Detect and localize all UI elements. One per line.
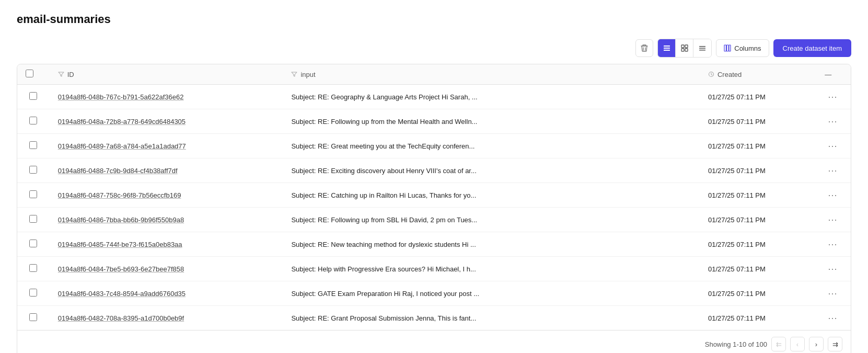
table-footer: Showing 1-10 of 100 ⇇ ‹ › ⇉	[17, 330, 851, 353]
row-checkbox-cell	[17, 306, 50, 331]
table-row: 0194a8f6-0485-744f-be73-f615a0eb83aa Sub…	[17, 232, 851, 257]
row-actions-button[interactable]: ⋯	[825, 139, 840, 153]
row-id-link[interactable]: 0194a8f6-0488-7c9b-9d84-cf4b38aff7df	[58, 167, 178, 175]
row-actions-cell: ⋯	[816, 85, 851, 109]
row-checkbox-cell	[17, 232, 50, 257]
row-id-link[interactable]: 0194a8f6-0483-7c48-8594-a9add6760d35	[58, 290, 186, 298]
filter-icon	[58, 71, 64, 77]
row-actions-button[interactable]: ⋯	[825, 287, 840, 300]
view-compact-button[interactable]	[693, 39, 711, 57]
row-created-cell: 01/27/25 07:11 PM	[700, 85, 816, 109]
select-all-checkbox[interactable]	[26, 70, 33, 77]
row-actions-button[interactable]: ⋯	[825, 115, 840, 128]
row-checkbox-cell	[17, 183, 50, 208]
row-id-link[interactable]: 0194a8f6-0489-7a68-a784-a5e1a1adad77	[58, 142, 186, 150]
row-checkbox[interactable]	[29, 289, 37, 297]
row-actions-button[interactable]: ⋯	[825, 164, 840, 177]
row-id-cell: 0194a8f6-0484-7be5-b693-6e27bee7f858	[50, 257, 283, 281]
row-checkbox[interactable]	[29, 141, 37, 149]
row-actions-button[interactable]: ⋯	[825, 262, 840, 276]
row-actions-cell: ⋯	[816, 281, 851, 306]
table-row: 0194a8f6-0484-7be5-b693-6e27bee7f858 Sub…	[17, 257, 851, 281]
table-row: 0194a8f6-048b-767c-b791-5a622af36e62 Sub…	[17, 85, 851, 109]
row-input-cell: Subject: RE: Exciting discovery about He…	[283, 158, 700, 183]
columns-label: Columns	[734, 44, 761, 52]
data-table: ID input	[17, 64, 851, 353]
view-toggle-group	[657, 39, 712, 58]
row-checkbox[interactable]	[29, 166, 37, 174]
row-checkbox[interactable]	[29, 117, 37, 124]
svg-rect-10	[724, 45, 726, 51]
created-column-label: Created	[717, 71, 742, 78]
row-id-link[interactable]: 0194a8f6-048b-767c-b791-5a622af36e62	[58, 93, 184, 101]
row-input-cell: Subject: Help with Progressive Era sourc…	[283, 257, 700, 281]
row-actions-cell: ⋯	[816, 232, 851, 257]
row-actions-button[interactable]: ⋯	[825, 188, 840, 202]
input-column-label: input	[300, 71, 315, 78]
column-header-actions: —	[816, 64, 851, 85]
row-id-cell: 0194a8f6-0488-7c9b-9d84-cf4b38aff7df	[50, 158, 283, 183]
row-id-cell: 0194a8f6-048a-72b8-a778-649cd6484305	[50, 109, 283, 134]
svg-rect-8	[699, 48, 705, 49]
row-checkbox-cell	[17, 281, 50, 306]
svg-rect-2	[664, 50, 670, 51]
row-checkbox[interactable]	[29, 92, 37, 100]
row-id-link[interactable]: 0194a8f6-0482-708a-8395-a1d700b0eb9f	[58, 314, 184, 322]
clock-icon	[708, 71, 714, 77]
row-actions-button[interactable]: ⋯	[825, 213, 840, 226]
row-created-cell: 01/27/25 07:11 PM	[700, 183, 816, 208]
last-page-button[interactable]: ⇉	[828, 337, 842, 351]
column-header-created[interactable]: Created	[700, 64, 816, 85]
row-id-link[interactable]: 0194a8f6-0487-758c-96f8-7b56eccfb169	[58, 191, 181, 199]
row-actions-button[interactable]: ⋯	[825, 311, 840, 325]
view-list-button[interactable]	[658, 39, 676, 57]
row-id-cell: 0194a8f6-0486-7bba-bb6b-9b96f550b9a8	[50, 208, 283, 232]
table-row: 0194a8f6-0489-7a68-a784-a5e1a1adad77 Sub…	[17, 134, 851, 158]
columns-button[interactable]: Columns	[716, 39, 769, 57]
row-actions-cell: ⋯	[816, 158, 851, 183]
row-checkbox-cell	[17, 208, 50, 232]
row-actions-cell: ⋯	[816, 183, 851, 208]
svg-rect-5	[681, 49, 684, 51]
row-input-cell: Subject: RE: Following up from SBL Hi Da…	[283, 208, 700, 232]
row-id-link[interactable]: 0194a8f6-048a-72b8-a778-649cd6484305	[58, 118, 186, 126]
view-grid-button[interactable]	[676, 39, 693, 57]
filter-icon-input	[291, 71, 297, 77]
row-actions-cell: ⋯	[816, 306, 851, 331]
row-id-cell: 0194a8f6-0487-758c-96f8-7b56eccfb169	[50, 183, 283, 208]
svg-rect-11	[727, 45, 729, 51]
row-id-cell: 0194a8f6-0485-744f-be73-f615a0eb83aa	[50, 232, 283, 257]
row-id-link[interactable]: 0194a8f6-0486-7bba-bb6b-9b96f550b9a8	[58, 216, 184, 224]
row-checkbox-cell	[17, 109, 50, 134]
row-checkbox[interactable]	[29, 264, 37, 272]
id-column-label: ID	[67, 71, 74, 78]
next-page-button[interactable]: ›	[809, 337, 824, 351]
row-id-cell: 0194a8f6-0489-7a68-a784-a5e1a1adad77	[50, 134, 283, 158]
first-page-button[interactable]: ⇇	[771, 337, 786, 351]
row-actions-cell: ⋯	[816, 134, 851, 158]
row-checkbox[interactable]	[29, 313, 37, 321]
row-actions-button[interactable]: ⋯	[825, 90, 840, 104]
svg-rect-9	[699, 50, 705, 51]
row-input-cell: Subject: RE: Great meeting you at the Te…	[283, 134, 700, 158]
row-checkbox[interactable]	[29, 215, 37, 223]
row-checkbox[interactable]	[29, 240, 37, 247]
row-id-cell: 0194a8f6-0483-7c48-8594-a9add6760d35	[50, 281, 283, 306]
row-id-link[interactable]: 0194a8f6-0485-744f-be73-f615a0eb83aa	[58, 241, 182, 248]
create-dataset-item-button[interactable]: Create dataset item	[773, 39, 851, 57]
toolbar: Columns Create dataset item	[17, 39, 851, 58]
prev-page-button[interactable]: ‹	[790, 337, 805, 351]
delete-button[interactable]	[635, 39, 653, 57]
column-header-id[interactable]: ID	[50, 64, 283, 85]
row-actions-button[interactable]: ⋯	[825, 237, 840, 251]
row-checkbox-cell	[17, 134, 50, 158]
row-id-link[interactable]: 0194a8f6-0484-7be5-b693-6e27bee7f858	[58, 265, 184, 273]
row-input-cell: Subject: GATE Exam Preparation Hi Raj, I…	[283, 281, 700, 306]
row-input-cell: Subject: RE: Geography & Language Arts P…	[283, 85, 700, 109]
page-title: email-summaries	[17, 13, 851, 26]
row-checkbox[interactable]	[29, 190, 37, 198]
column-header-input[interactable]: input	[283, 64, 700, 85]
row-actions-cell: ⋯	[816, 257, 851, 281]
row-actions-cell: ⋯	[816, 208, 851, 232]
row-created-cell: 01/27/25 07:11 PM	[700, 109, 816, 134]
